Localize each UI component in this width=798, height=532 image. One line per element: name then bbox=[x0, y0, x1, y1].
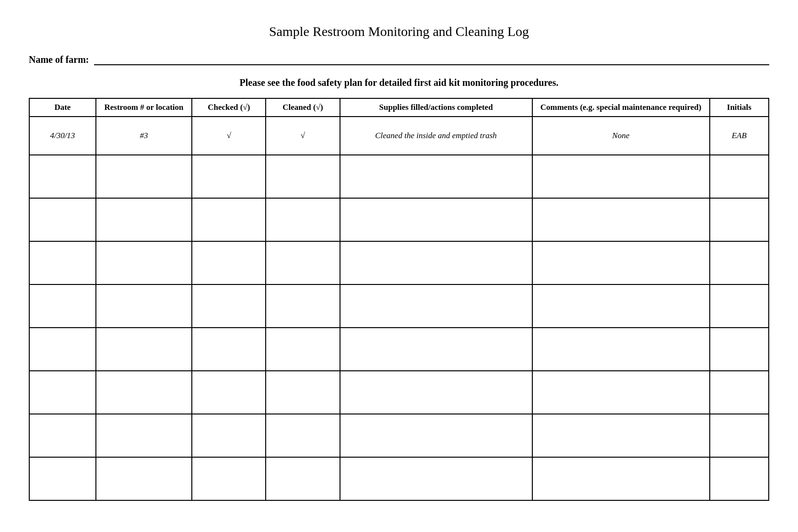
farm-name-line bbox=[94, 54, 770, 65]
header-date: Date bbox=[29, 98, 96, 117]
cell-checked-8 bbox=[192, 457, 266, 500]
table-row bbox=[29, 457, 769, 500]
cell-comments-3 bbox=[532, 241, 710, 284]
cell-cleaned-6 bbox=[266, 371, 340, 414]
cell-initials-7 bbox=[710, 414, 769, 457]
cell-initials-5 bbox=[710, 328, 769, 371]
cell-cleaned-4 bbox=[266, 284, 340, 328]
cell-cleaned-0: √ bbox=[266, 117, 340, 155]
cell-date-6 bbox=[29, 371, 96, 414]
page-title: Sample Restroom Monitoring and Cleaning … bbox=[29, 24, 769, 39]
cell-cleaned-1 bbox=[266, 155, 340, 198]
cell-checked-5 bbox=[192, 328, 266, 371]
cell-comments-5 bbox=[532, 328, 710, 371]
table-row bbox=[29, 155, 769, 198]
table-row bbox=[29, 198, 769, 241]
cell-restroom-1 bbox=[96, 155, 192, 198]
cell-restroom-0: #3 bbox=[96, 117, 192, 155]
table-row bbox=[29, 371, 769, 414]
monitoring-log-table: Date Restroom # or location Checked (√) … bbox=[29, 98, 769, 501]
cell-cleaned-3 bbox=[266, 241, 340, 284]
table-row bbox=[29, 328, 769, 371]
header-cleaned: Cleaned (√) bbox=[266, 98, 340, 117]
table-header-row: Date Restroom # or location Checked (√) … bbox=[29, 98, 769, 117]
subtitle: Please see the food safety plan for deta… bbox=[29, 77, 769, 88]
cell-restroom-5 bbox=[96, 328, 192, 371]
cell-comments-0: None bbox=[532, 117, 710, 155]
cell-checked-4 bbox=[192, 284, 266, 328]
cell-date-3 bbox=[29, 241, 96, 284]
header-restroom: Restroom # or location bbox=[96, 98, 192, 117]
cell-restroom-7 bbox=[96, 414, 192, 457]
cell-restroom-4 bbox=[96, 284, 192, 328]
header-supplies: Supplies filled/actions completed bbox=[340, 98, 532, 117]
cell-comments-1 bbox=[532, 155, 710, 198]
cell-comments-7 bbox=[532, 414, 710, 457]
cell-comments-8 bbox=[532, 457, 710, 500]
cell-supplies-5 bbox=[340, 328, 532, 371]
cell-checked-7 bbox=[192, 414, 266, 457]
cell-supplies-7 bbox=[340, 414, 532, 457]
cell-initials-1 bbox=[710, 155, 769, 198]
header-checked: Checked (√) bbox=[192, 98, 266, 117]
cell-date-7 bbox=[29, 414, 96, 457]
cell-initials-3 bbox=[710, 241, 769, 284]
cell-checked-2 bbox=[192, 198, 266, 241]
cell-checked-6 bbox=[192, 371, 266, 414]
cell-comments-2 bbox=[532, 198, 710, 241]
cell-cleaned-7 bbox=[266, 414, 340, 457]
header-comments: Comments (e.g. special maintenance requi… bbox=[532, 98, 710, 117]
cell-date-8 bbox=[29, 457, 96, 500]
cell-date-1 bbox=[29, 155, 96, 198]
cell-cleaned-2 bbox=[266, 198, 340, 241]
cell-cleaned-8 bbox=[266, 457, 340, 500]
cell-date-0: 4/30/13 bbox=[29, 117, 96, 155]
header-initials: Initials bbox=[710, 98, 769, 117]
table-row bbox=[29, 284, 769, 328]
cell-initials-2 bbox=[710, 198, 769, 241]
cell-supplies-6 bbox=[340, 371, 532, 414]
cell-initials-0: EAB bbox=[710, 117, 769, 155]
cell-initials-8 bbox=[710, 457, 769, 500]
cell-restroom-3 bbox=[96, 241, 192, 284]
cell-checked-0: √ bbox=[192, 117, 266, 155]
cell-cleaned-5 bbox=[266, 328, 340, 371]
cell-restroom-6 bbox=[96, 371, 192, 414]
cell-date-4 bbox=[29, 284, 96, 328]
cell-supplies-4 bbox=[340, 284, 532, 328]
cell-checked-1 bbox=[192, 155, 266, 198]
cell-checked-3 bbox=[192, 241, 266, 284]
farm-name-label: Name of farm: bbox=[29, 54, 89, 65]
cell-restroom-2 bbox=[96, 198, 192, 241]
cell-supplies-0: Cleaned the inside and emptied trash bbox=[340, 117, 532, 155]
cell-restroom-8 bbox=[96, 457, 192, 500]
table-row bbox=[29, 414, 769, 457]
table-row bbox=[29, 241, 769, 284]
cell-supplies-2 bbox=[340, 198, 532, 241]
cell-initials-4 bbox=[710, 284, 769, 328]
cell-initials-6 bbox=[710, 371, 769, 414]
cell-supplies-3 bbox=[340, 241, 532, 284]
cell-supplies-8 bbox=[340, 457, 532, 500]
cell-supplies-1 bbox=[340, 155, 532, 198]
cell-comments-4 bbox=[532, 284, 710, 328]
cell-date-5 bbox=[29, 328, 96, 371]
cell-date-2 bbox=[29, 198, 96, 241]
farm-name-row: Name of farm: bbox=[29, 54, 769, 65]
cell-comments-6 bbox=[532, 371, 710, 414]
table-row: 4/30/13#3√√Cleaned the inside and emptie… bbox=[29, 117, 769, 155]
